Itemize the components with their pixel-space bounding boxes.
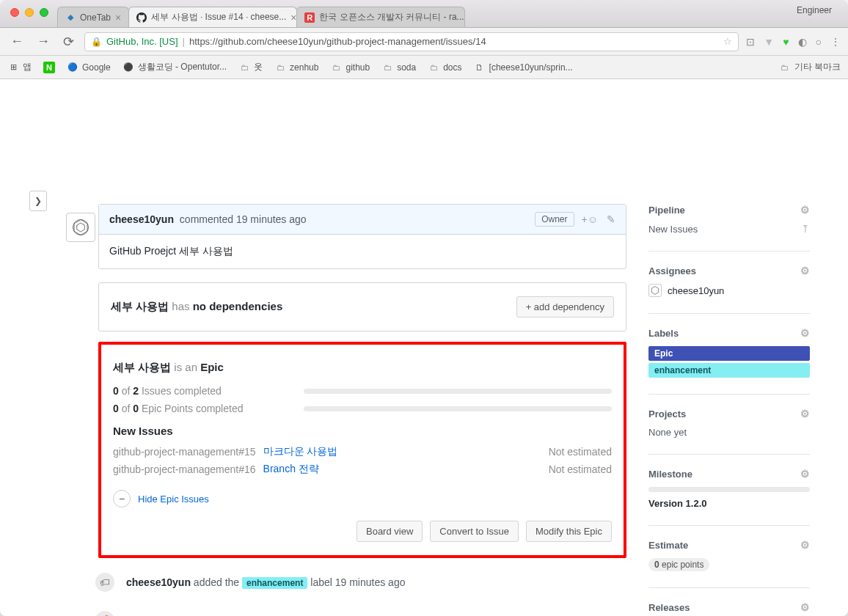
convert-to-issue-button[interactable]: Convert to Issue	[430, 521, 519, 542]
bookmark-folder[interactable]: 🗀soda	[381, 62, 416, 73]
add-reaction-icon[interactable]: +☺	[582, 213, 598, 225]
add-dependency-button[interactable]: + add dependency	[516, 296, 614, 318]
ext-icon[interactable]: ◐	[798, 36, 807, 48]
address-separator: |	[183, 36, 185, 47]
issues-progress: 0 of 2 Issues completed	[113, 385, 612, 397]
issue-link[interactable]: Branch 전략	[263, 463, 319, 476]
close-window-icon[interactable]	[10, 8, 19, 17]
apps-icon: ⊞	[7, 62, 19, 73]
bookmark-label: github	[346, 62, 370, 73]
address-bar[interactable]: 🔒 GitHub, Inc. [US] | https://github.com…	[84, 32, 739, 51]
label-epic[interactable]: Epic	[648, 346, 810, 361]
issue-link[interactable]: 마크다운 사용법	[263, 445, 338, 458]
browser-tab-onetab[interactable]: ◆ OneTab ×	[57, 7, 129, 27]
epic-issue-row: github-project-management#15 마크다운 사용법 No…	[113, 443, 612, 461]
gear-icon[interactable]: ⚙	[800, 468, 810, 480]
browser-tab-github[interactable]: 세부 사용법 · Issue #14 · cheese... ×	[128, 7, 297, 27]
comment-user[interactable]: cheese10yun	[109, 213, 174, 225]
milestone-value[interactable]: Version 1.2.0	[648, 498, 810, 509]
bookmark-folder[interactable]: 🗀옷	[238, 61, 263, 73]
board-view-button[interactable]: Board view	[357, 521, 423, 542]
bookmark-folder[interactable]: 🗀zenhub	[274, 62, 318, 73]
gear-icon[interactable]: ⚙	[800, 204, 810, 216]
comment-header: cheese10yun commented 19 minutes ago Own…	[99, 205, 626, 235]
bookmark-item[interactable]: N	[43, 62, 55, 73]
bookmark-folder[interactable]: 🗀docs	[428, 62, 461, 73]
hide-epic-link[interactable]: Hide Epic Issues	[138, 494, 209, 505]
other-bookmarks[interactable]: 🗀기타 북마크	[779, 61, 841, 73]
deps-title: 세부 사용법 has no dependencies	[111, 300, 282, 314]
bookmark-icon: N	[43, 62, 55, 73]
maximize-window-icon[interactable]	[40, 8, 48, 17]
secure-badge: GitHub, Inc. [US]	[106, 36, 178, 47]
timeline-user[interactable]: cheese10yun	[126, 576, 191, 588]
sidebar-heading: Labels	[648, 328, 679, 339]
star-icon[interactable]: ☆	[723, 36, 732, 47]
sidebar-heading: Projects	[648, 408, 686, 419]
browser-tab-community[interactable]: R 한국 오픈소스 개발자 커뮤니티 - ra... ×	[296, 7, 465, 27]
close-tab-icon[interactable]: ×	[290, 12, 296, 23]
expand-sidebar-button[interactable]: ❯	[29, 191, 47, 211]
bookmark-item[interactable]: 🔵Google	[67, 62, 111, 73]
folder-icon: 🗀	[428, 62, 439, 73]
svg-marker-3	[651, 287, 658, 295]
gear-icon[interactable]: ⚙	[800, 408, 810, 419]
sidebar-labels: Labels⚙ Epic enhancement	[648, 327, 810, 378]
comment-box: cheese10yun commented 19 minutes ago Own…	[98, 204, 626, 269]
bookmark-label: 옷	[254, 61, 263, 73]
comment-avatar[interactable]	[66, 213, 95, 242]
bookmark-folder[interactable]: 🗀github	[330, 62, 370, 73]
dependencies-box: 세부 사용법 has no dependencies + add depende…	[98, 282, 626, 331]
issue-repo[interactable]: github-project-management	[113, 446, 238, 458]
label-chip[interactable]: enhancement	[242, 577, 307, 589]
apps-button[interactable]: ⊞앱	[7, 61, 32, 73]
issue-number[interactable]: #15	[238, 446, 255, 458]
gear-icon[interactable]: ⚙	[800, 327, 810, 339]
assignee-name: cheese10yun	[668, 285, 724, 296]
folder-icon: 🗀	[330, 62, 342, 73]
gear-icon[interactable]: ⚙	[800, 601, 810, 613]
browser-tabs: ◆ OneTab × 세부 사용법 · Issue #14 · cheese..…	[57, 0, 797, 27]
bookmark-item[interactable]: 🗋[cheese10yun/sprin...	[474, 62, 573, 73]
ext-icon[interactable]: ♥	[783, 36, 789, 48]
bookmark-item[interactable]: ⚫생활코딩 - Opentutor...	[123, 61, 227, 73]
page-content: ❯ cheese10yun commented 19 minutes ago O…	[0, 79, 848, 616]
sidebar-releases: Releases⚙ Not inside a Release	[648, 601, 810, 616]
timeline: 🏷 cheese10yun added the enhancement labe…	[98, 571, 626, 616]
back-button-icon[interactable]: ←	[7, 34, 26, 49]
gear-icon[interactable]: ⚙	[800, 539, 810, 551]
modify-epic-button[interactable]: Modify this Epic	[526, 521, 612, 542]
arrow-up-icon[interactable]: ⤒	[801, 223, 810, 235]
milestone-icon: ⛳	[94, 609, 116, 616]
epic-actions: Board view Convert to Issue Modify this …	[113, 521, 612, 542]
issue-repo[interactable]: github-project-management	[113, 463, 238, 475]
label-enhancement[interactable]: enhancement	[648, 363, 810, 378]
minimize-window-icon[interactable]	[25, 8, 34, 17]
estimate-chip[interactable]: 0 epic points	[648, 558, 709, 571]
issue-number[interactable]: #16	[238, 463, 255, 475]
ext-icon[interactable]: ▼	[764, 36, 774, 48]
reload-button-icon[interactable]: ⟳	[60, 34, 77, 50]
browser-profile[interactable]: Engineer	[797, 5, 842, 23]
favicon-github-icon	[136, 12, 147, 23]
menu-icon[interactable]: ⋮	[830, 36, 841, 48]
ext-icon[interactable]: ⊡	[746, 36, 755, 48]
close-tab-icon[interactable]: ×	[115, 12, 121, 23]
sidebar-projects: Projects⚙ None yet	[648, 408, 810, 438]
toolbar-extensions: ⊡ ▼ ♥ ◐ ○ ⋮	[746, 36, 841, 48]
sidebar-heading: Assignees	[648, 265, 696, 276]
chevron-right-icon: ❯	[34, 196, 42, 206]
favicon-onetab-icon: ◆	[65, 12, 76, 23]
gear-icon[interactable]: ⚙	[800, 265, 810, 276]
assignee-row[interactable]: cheese10yun	[648, 284, 810, 297]
folder-icon: 🗀	[779, 62, 791, 73]
ext-icon[interactable]: ○	[816, 36, 822, 48]
collapse-button[interactable]: −	[113, 490, 131, 507]
pipeline-value[interactable]: New Issues	[648, 224, 698, 235]
bookmark-label: Google	[82, 62, 111, 73]
edit-comment-icon[interactable]: ✎	[607, 213, 615, 225]
sidebar-assignees: Assignees⚙ cheese10yun	[648, 265, 810, 297]
forward-button-icon[interactable]: →	[34, 34, 53, 49]
folder-icon: 🗀	[381, 62, 393, 73]
issue-estimate: Not estimated	[549, 463, 612, 475]
